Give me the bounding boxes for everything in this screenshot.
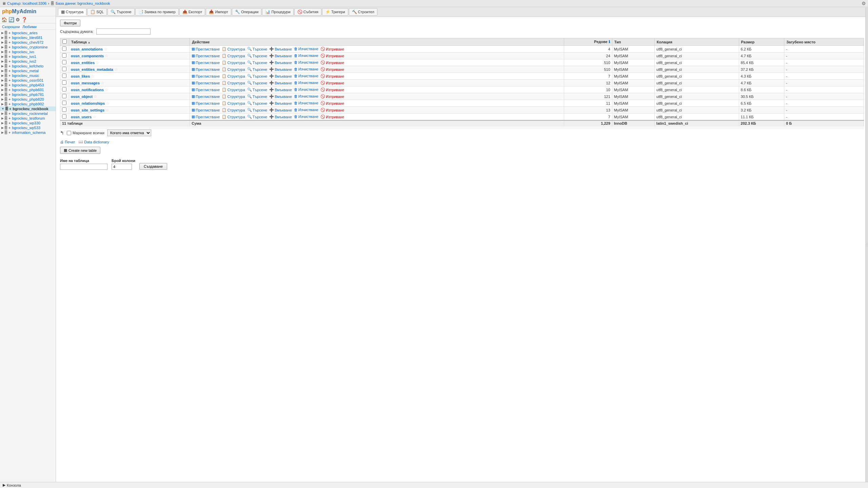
sidebar-item-bgrockeu_phpb601[interactable]: ▶ 🗄 + bgrockeu_phpb601 <box>0 87 56 92</box>
server-link[interactable]: Сървър: localhost:3306 <box>7 1 46 5</box>
db-item-link[interactable]: bgrockeu_phpb781 <box>12 93 44 97</box>
shortcuts-link[interactable]: Скорошни <box>2 25 20 29</box>
row-checkbox[interactable] <box>62 60 66 64</box>
table-name-link[interactable]: ossn_users <box>71 115 92 119</box>
structure-link[interactable]: 📋 Структура <box>222 115 245 119</box>
resize-handle[interactable]: ⋮ <box>865 7 868 482</box>
db-item-link[interactable]: bgrockeu_ivo <box>12 50 34 54</box>
insert-link[interactable]: ➕ Вмъкване <box>269 101 292 105</box>
table-name-link[interactable]: ossn_notifications <box>71 88 104 92</box>
drop-link[interactable]: 🚫 Изтриване <box>320 108 344 112</box>
col-rows[interactable]: Редове ℹ <box>564 38 612 46</box>
settings-sidebar-icon[interactable]: ⚙ <box>16 17 20 22</box>
tab-import[interactable]: 📥Импорт <box>206 8 231 16</box>
sidebar-item-bgrockeu_rockbook[interactable]: ▼ 🗄 + bgrockeu_rockbook <box>0 106 56 111</box>
sidebar-item-bgrockeu_phpb453[interactable]: ▶ 🗄 + bgrockeu_phpb453 <box>0 83 56 87</box>
sidebar-item-bgrockeu_bles681[interactable]: ▶ 🗄 + bgrockeu_bles681 <box>0 35 56 40</box>
create-new-table-button[interactable]: ▦ Create new table <box>60 147 100 154</box>
db-link[interactable]: База данни: bgrockeu_rockbook <box>56 1 110 5</box>
with-selected-dropdown[interactable]: Когато има отметкаПреглистванеСтруктураИ… <box>107 129 151 136</box>
structure-link[interactable]: 📋 Структура <box>222 108 245 112</box>
browse-link[interactable]: ▦ Преглистване <box>192 108 220 112</box>
insert-link[interactable]: ➕ Вмъкване <box>269 94 292 99</box>
table-name-link[interactable]: ossn_entities <box>71 61 95 65</box>
db-item-link[interactable]: bgrockeu_music <box>12 74 39 78</box>
favorite-star[interactable]: ☆ <box>105 87 108 92</box>
empty-link[interactable]: 🗑 Изчистване <box>294 60 318 64</box>
sidebar-item-bgrockeu_metal[interactable]: ▶ 🗄 + bgrockeu_metal <box>0 68 56 73</box>
sidebar-item-bgrockeu_ivo2[interactable]: ▶ 🗄 + bgrockeu_ivo2 <box>0 59 56 64</box>
empty-link[interactable]: 🗑 Изчистване <box>294 115 318 119</box>
row-checkbox[interactable] <box>62 67 66 71</box>
structure-link[interactable]: 📋 Структура <box>222 67 245 72</box>
reload-icon[interactable]: 🔄 <box>8 17 14 22</box>
tab-triggers[interactable]: ⚡Тригери <box>322 8 348 16</box>
insert-link[interactable]: ➕ Вмъкване <box>269 108 292 112</box>
row-checkbox[interactable] <box>62 114 66 119</box>
favorites-link[interactable]: Любими <box>22 25 37 29</box>
search-link[interactable]: 🔍 Търсене <box>247 81 268 85</box>
search-link[interactable]: 🔍 Търсене <box>247 94 268 99</box>
row-checkbox[interactable] <box>62 80 66 85</box>
drop-link[interactable]: 🚫 Изтриване <box>320 81 344 85</box>
tab-procedures[interactable]: 📊Процедури <box>262 8 293 16</box>
drop-link[interactable]: 🚫 Изтриване <box>320 54 344 58</box>
drop-link[interactable]: 🚫 Изтриване <box>320 74 344 78</box>
tab-events[interactable]: 🚫Събития <box>294 8 321 16</box>
empty-link[interactable]: 🗑 Изчистване <box>294 54 318 58</box>
row-checkbox[interactable] <box>62 101 66 105</box>
drop-link[interactable]: 🚫 Изтриване <box>320 60 344 65</box>
empty-link[interactable]: 🗑 Изчистване <box>294 87 318 92</box>
structure-link[interactable]: 📋 Структура <box>222 94 245 99</box>
sidebar-item-bgrockeu_testforum[interactable]: ▶ 🗄 + bgrockeu_testforum <box>0 116 56 121</box>
settings-icon[interactable]: ⚙ <box>862 1 866 6</box>
filter-button[interactable]: Филтри <box>60 20 80 26</box>
db-item-link[interactable]: bgrockeu_wp330 <box>12 121 40 125</box>
sidebar-item-bgrockeu_ossn501[interactable]: ▶ 🗄 + bgrockeu_ossn501 <box>0 78 56 83</box>
db-item-link[interactable]: bgrockeu_wp533 <box>12 126 40 130</box>
db-item-link[interactable]: bgrockeu_phpb453 <box>12 83 44 87</box>
insert-link[interactable]: ➕ Вмъкване <box>269 60 292 65</box>
search-link[interactable]: 🔍 Търсене <box>247 87 268 92</box>
insert-link[interactable]: ➕ Вмъкване <box>269 74 292 78</box>
favorite-star[interactable]: ☆ <box>94 94 97 99</box>
search-link[interactable]: 🔍 Търсене <box>247 47 268 51</box>
create-submit-button[interactable]: Създаване <box>139 163 167 170</box>
browse-link[interactable]: ▦ Преглистване <box>192 115 220 119</box>
empty-link[interactable]: 🗑 Изчистване <box>294 81 318 85</box>
db-item-link[interactable]: bgrockeu_cryptomine <box>12 45 47 49</box>
drop-link[interactable]: 🚫 Изтриване <box>320 115 344 119</box>
sidebar-item-bgrockeu_phpb781[interactable]: ▶ 🗄 + bgrockeu_phpb781 <box>0 92 56 97</box>
filter-input[interactable] <box>96 28 151 35</box>
db-item-link[interactable]: bgrockeu_metal <box>12 69 38 73</box>
structure-link[interactable]: 📋 Структура <box>222 74 245 78</box>
table-name-link[interactable]: ossn_relationships <box>71 101 105 105</box>
empty-link[interactable]: 🗑 Изчистване <box>294 67 318 71</box>
sidebar-item-bgrockeu_kefcheto[interactable]: ▶ 🗄 + bgrockeu_kefcheto <box>0 64 56 68</box>
row-checkbox[interactable] <box>62 107 66 112</box>
tab-designer[interactable]: 🔨Строител <box>349 8 377 16</box>
db-item-link[interactable]: bgrockeu_phpb902 <box>12 102 44 106</box>
favorite-star[interactable]: ☆ <box>96 60 99 65</box>
sidebar-item-bgrockeu_rocknmetal[interactable]: ▶ 🗄 + bgrockeu_rocknmetal <box>0 111 56 116</box>
empty-link[interactable]: 🗑 Изчистване <box>294 74 318 78</box>
browse-link[interactable]: ▦ Преглистване <box>192 47 220 51</box>
favorite-star[interactable]: ☆ <box>101 81 104 85</box>
search-link[interactable]: 🔍 Търсене <box>247 115 268 119</box>
favorite-star[interactable]: ☆ <box>105 108 109 113</box>
sidebar-item-information_schema[interactable]: ▶ 🗄 + information_schema <box>0 130 56 135</box>
table-name-link[interactable]: ossn_components <box>71 54 104 58</box>
sidebar-item-bgrockeu_phpb902[interactable]: ▶ 🗄 + bgrockeu_phpb902 <box>0 102 56 106</box>
search-link[interactable]: 🔍 Търсене <box>247 54 268 58</box>
sidebar-item-bgrockeu_phpb820[interactable]: ▶ 🗄 + bgrockeu_phpb820 <box>0 97 56 102</box>
db-item-link[interactable]: bgrockeu_bles681 <box>12 36 42 40</box>
db-item-link[interactable]: bgrockeu_ivo2 <box>12 59 36 63</box>
browse-link[interactable]: ▦ Преглистване <box>192 81 220 85</box>
favorite-star[interactable]: ☆ <box>106 101 110 106</box>
db-item-link[interactable]: bgrockeu_aries <box>12 31 37 35</box>
row-checkbox[interactable] <box>62 53 66 58</box>
mark-all-checkbox[interactable] <box>67 131 71 135</box>
db-item-link[interactable]: bgrockeu_ossn501 <box>12 78 43 82</box>
table-name-link[interactable]: ossn_annotations <box>71 47 103 51</box>
browse-link[interactable]: ▦ Преглистване <box>192 60 220 65</box>
